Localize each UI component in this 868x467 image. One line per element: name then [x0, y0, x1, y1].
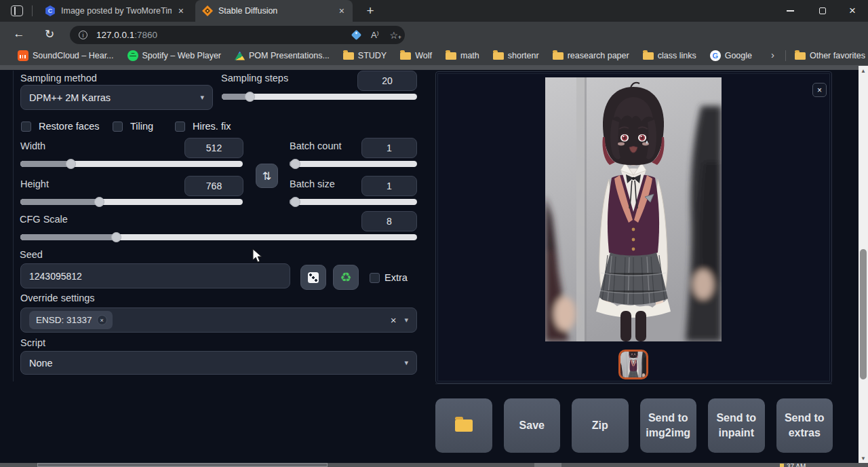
- remove-chip-icon[interactable]: ×: [97, 315, 107, 325]
- sampling-method-value: DPM++ 2M Karras: [29, 92, 111, 103]
- close-gallery-button[interactable]: ×: [812, 83, 827, 97]
- close-window-button[interactable]: ×: [837, 0, 868, 22]
- batch-count-input[interactable]: [361, 138, 417, 158]
- height-input[interactable]: [184, 176, 243, 196]
- taskbar-clock: 37 AM: [780, 463, 806, 467]
- bookmark-folder-study[interactable]: STUDY: [343, 51, 387, 60]
- taskbar-item: [534, 463, 561, 467]
- bookmarks-bar: SoundCloud – Hear... Spotify – Web Playe…: [0, 46, 868, 65]
- tab-actions-icon[interactable]: [11, 5, 23, 16]
- bookmark-folder-math[interactable]: math: [446, 51, 479, 60]
- seed-input[interactable]: [20, 263, 290, 288]
- restore-faces-checkbox[interactable]: [21, 122, 31, 132]
- bookmark-spotify[interactable]: Spotify – Web Player: [127, 50, 222, 61]
- tab-title: Image posted by TwoMoreTimes: [61, 6, 172, 16]
- price-tag-icon[interactable]: [351, 30, 362, 41]
- browser-toolbar: ← ↻ i 127.0.0.1:7860 A) ☆+ » IA AD S Y M…: [0, 22, 868, 46]
- folder-icon: [343, 52, 354, 60]
- browser-tab-civitai[interactable]: C Image posted by TwoMoreTimes ×: [38, 0, 192, 22]
- folder-icon: [493, 52, 504, 60]
- tiling-label: Tiling: [130, 121, 153, 132]
- hires-fix-label: Hires. fix: [193, 121, 231, 132]
- folder-icon: [795, 52, 806, 60]
- bookmark-soundcloud[interactable]: SoundCloud – Hear...: [18, 50, 114, 61]
- bookmark-folder-class-links[interactable]: class links: [643, 51, 696, 60]
- batch-count-label: Batch count: [290, 141, 342, 151]
- folder-icon: [446, 52, 456, 60]
- vertical-scrollbar[interactable]: ▲ ▼: [859, 66, 868, 463]
- bookmark-folder-research-paper[interactable]: reasearch paper: [553, 51, 629, 60]
- save-button[interactable]: Save: [504, 398, 561, 453]
- drive-icon: [235, 52, 245, 60]
- scroll-down-icon[interactable]: ▼: [859, 453, 868, 463]
- mouse-cursor: [252, 248, 263, 263]
- scrollbar-thumb[interactable]: [860, 249, 867, 379]
- divider: [435, 384, 832, 384]
- tab-title: Stable Diffusion: [218, 6, 332, 16]
- seed-label: Seed: [20, 249, 43, 260]
- read-aloud-icon[interactable]: A): [371, 30, 378, 40]
- bookmark-folder-wolf[interactable]: Wolf: [400, 51, 432, 60]
- width-label: Width: [20, 141, 45, 151]
- batch-size-input[interactable]: [361, 176, 417, 196]
- send-to-img2img-button[interactable]: Send to img2img: [640, 398, 697, 453]
- panel-border: [13, 71, 14, 381]
- back-button[interactable]: ←: [10, 25, 28, 43]
- extra-checkbox[interactable]: [370, 273, 380, 283]
- send-to-extras-button[interactable]: Send to extras: [776, 398, 833, 453]
- chevron-down-icon: ▾: [200, 93, 204, 102]
- zip-button[interactable]: Zip: [572, 398, 629, 453]
- script-value: None: [29, 358, 53, 369]
- close-tab-icon[interactable]: ×: [177, 5, 185, 16]
- override-settings-box[interactable]: ENSD: 31337 × × ▾: [20, 307, 417, 333]
- hires-fix-checkbox[interactable]: [175, 122, 185, 132]
- gallery-thumbnail-selected[interactable]: [618, 350, 648, 379]
- script-dropdown[interactable]: None ▾: [20, 351, 417, 375]
- bookmarks-overflow-chevron[interactable]: ›: [771, 49, 774, 60]
- maximize-button[interactable]: [807, 0, 838, 22]
- refresh-button[interactable]: ↻: [41, 25, 58, 43]
- site-info-icon[interactable]: i: [79, 31, 87, 39]
- open-folder-button[interactable]: [435, 398, 492, 453]
- screen: C Image posted by TwoMoreTimes × Stable …: [0, 0, 868, 467]
- recycle-icon: ♻: [340, 271, 351, 284]
- send-to-inpaint-button[interactable]: Send to inpaint: [708, 398, 765, 453]
- width-input[interactable]: [184, 138, 243, 158]
- google-icon: G: [710, 50, 721, 61]
- sampling-method-dropdown[interactable]: DPM++ 2M Karras ▾: [20, 85, 213, 110]
- spotify-icon: [127, 50, 138, 61]
- generated-image[interactable]: [545, 77, 722, 341]
- chevron-down-icon[interactable]: ▾: [404, 316, 408, 324]
- script-label: Script: [20, 337, 45, 348]
- bookmark-google[interactable]: GGoogle: [710, 50, 752, 61]
- browser-titlebar: C Image posted by TwoMoreTimes × Stable …: [0, 0, 868, 22]
- gradio-favicon: [202, 5, 213, 16]
- sampling-method-label: Sampling method: [20, 73, 97, 83]
- thumbnail-image: [620, 352, 646, 377]
- new-tab-button[interactable]: +: [361, 1, 380, 20]
- other-favorites[interactable]: Other favorites: [795, 46, 865, 65]
- sampling-steps-label: Sampling steps: [221, 73, 288, 83]
- folder-icon: [553, 52, 564, 60]
- horizontal-scrollbar-thumb[interactable]: [37, 463, 328, 467]
- chevron-down-icon: ▾: [404, 358, 408, 367]
- override-chip[interactable]: ENSD: 31337 ×: [29, 311, 113, 329]
- bookmark-pom-presentations[interactable]: POM Presentations...: [235, 51, 330, 60]
- minimize-button[interactable]: [774, 0, 806, 22]
- sampling-steps-input[interactable]: [357, 71, 417, 91]
- bookmark-folder-shortenr[interactable]: shortenr: [493, 51, 539, 60]
- override-settings-label: Override settings: [20, 293, 95, 303]
- extra-label: Extra: [384, 272, 408, 283]
- random-seed-button[interactable]: [300, 265, 326, 290]
- swap-dimensions-button[interactable]: ⇅: [256, 164, 278, 188]
- tiling-checkbox[interactable]: [113, 122, 123, 132]
- cfg-scale-input[interactable]: [361, 211, 417, 231]
- address-bar[interactable]: i 127.0.0.1:7860 A) ☆+: [70, 26, 405, 44]
- add-favorite-icon[interactable]: ☆+: [389, 30, 398, 41]
- clear-all-icon[interactable]: ×: [391, 314, 397, 326]
- reuse-seed-button[interactable]: ♻: [333, 265, 359, 290]
- height-label: Height: [20, 179, 49, 189]
- browser-tab-stable-diffusion[interactable]: Stable Diffusion ×: [195, 0, 353, 22]
- scroll-up-icon[interactable]: ▲: [859, 66, 868, 75]
- close-tab-icon[interactable]: ×: [338, 5, 346, 16]
